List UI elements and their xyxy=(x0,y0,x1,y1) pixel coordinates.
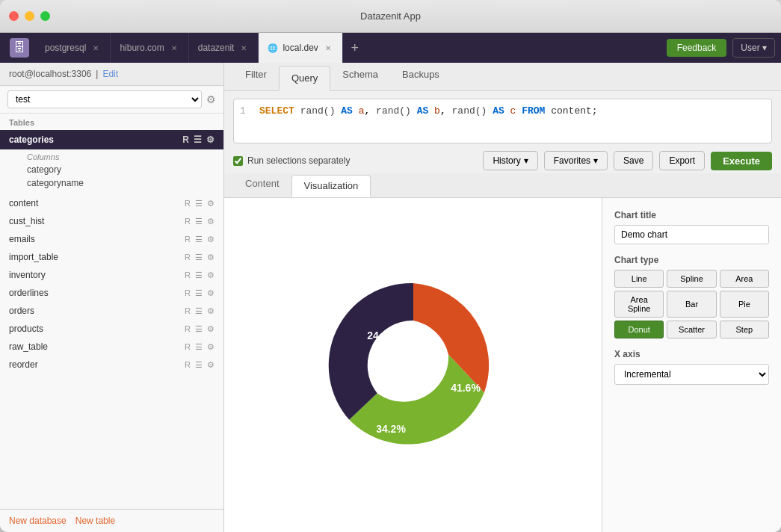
table-row-emails[interactable]: emails R☰⚙ xyxy=(0,230,223,248)
donut-chart: 24.2% 41.6% 34.2% xyxy=(301,261,525,470)
export-button[interactable]: Export xyxy=(659,151,705,170)
content-area: Filter Query Schema Backups 1 SELECT ran… xyxy=(224,63,781,532)
segment-2-label: 41.6% xyxy=(451,382,481,394)
query-editor[interactable]: 1 SELECT rand() AS a, rand() AS b, rand(… xyxy=(233,99,772,143)
column-category[interactable]: category xyxy=(18,163,223,176)
chart-container: 24.2% 41.6% 34.2% xyxy=(224,198,602,532)
feedback-button[interactable]: Feedback xyxy=(667,39,727,57)
segment-3-label: 34.2% xyxy=(376,423,406,435)
table-row-content[interactable]: content R☰⚙ xyxy=(0,194,223,212)
user-menu-button[interactable]: User ▾ xyxy=(732,38,775,58)
chart-title-input[interactable] xyxy=(614,225,769,244)
chart-type-bar[interactable]: Bar xyxy=(667,291,716,318)
table-icon-list[interactable]: ☰ xyxy=(194,134,202,145)
titlebar: Datazenit App xyxy=(0,0,781,33)
chart-title-label: Chart title xyxy=(614,210,769,220)
table-row-products[interactable]: products R☰⚙ xyxy=(0,320,223,338)
tab-label: hiburo.com xyxy=(120,43,164,53)
tabbar: 🗄 postgresql ✕ hiburo.com ✕ datazenit ✕ … xyxy=(0,33,781,63)
active-table-row[interactable]: categories R ☰ ⚙ xyxy=(0,130,223,149)
line-number: 1 xyxy=(240,105,252,117)
result-tab-visualization[interactable]: Visualization xyxy=(291,175,371,197)
app-logo: 🗄 xyxy=(6,33,33,63)
new-table-link[interactable]: New table xyxy=(75,516,115,526)
viz-area: 24.2% 41.6% 34.2% Chart title Chart type… xyxy=(224,198,781,532)
table-name: reorder xyxy=(9,359,38,370)
chart-type-area[interactable]: Area xyxy=(720,270,769,288)
add-tab-button[interactable]: + xyxy=(343,33,367,63)
table-row-orderlines[interactable]: orderlines R☰⚙ xyxy=(0,284,223,302)
tab-localdev[interactable]: 🌐 local.dev ✕ xyxy=(259,33,342,63)
tab-filter[interactable]: Filter xyxy=(233,63,279,91)
run-selections-checkbox[interactable] xyxy=(233,156,243,166)
tab-close-postgresql[interactable]: ✕ xyxy=(90,43,101,53)
xaxis-select[interactable]: Incremental xyxy=(614,364,769,385)
toolbar-row: Run selections separately History ▾ Favo… xyxy=(224,148,781,173)
tab-hiburo[interactable]: hiburo.com ✕ xyxy=(111,33,188,63)
maximize-button[interactable] xyxy=(40,11,50,21)
minimize-button[interactable] xyxy=(25,11,34,21)
chart-type-grid: Line Spline Area Area Spline Bar Pie Don… xyxy=(614,270,769,338)
tab-close-localdev[interactable]: ✕ xyxy=(323,43,333,53)
tabbar-actions: Feedback User ▾ xyxy=(667,33,775,63)
tables-section-label: Tables xyxy=(0,114,223,130)
table-row-inventory[interactable]: inventory R☰⚙ xyxy=(0,266,223,284)
history-button[interactable]: History ▾ xyxy=(483,151,537,170)
edit-connection-link[interactable]: Edit xyxy=(102,69,118,79)
table-row-raw_table[interactable]: raw_table R☰⚙ xyxy=(0,338,223,356)
table-name: orders xyxy=(9,306,34,316)
chart-type-pie[interactable]: Pie xyxy=(720,291,769,318)
favorites-button[interactable]: Favorites ▾ xyxy=(544,151,608,170)
chart-type-label: Chart type xyxy=(614,255,769,265)
query-text: SELECT rand() AS a, rand() AS b, rand() … xyxy=(259,105,598,117)
sidebar-connection: root@localhost:3306 | Edit xyxy=(0,63,223,86)
tab-backups[interactable]: Backups xyxy=(390,63,451,91)
tab-close-hiburo[interactable]: ✕ xyxy=(169,43,179,53)
query-subtabs: Filter Query Schema Backups xyxy=(224,63,781,91)
ti-list: ☰ xyxy=(195,199,203,208)
execute-button[interactable]: Execute xyxy=(711,152,772,170)
xaxis-label: X axis xyxy=(614,349,769,359)
save-button[interactable]: Save xyxy=(614,151,653,170)
sidebar-db-row: test ⚙ xyxy=(0,86,223,114)
tab-query[interactable]: Query xyxy=(279,66,330,91)
table-row-import_table[interactable]: import_table R☰⚙ xyxy=(0,248,223,266)
window-title: Datazenit App xyxy=(360,10,421,22)
globe-icon: 🌐 xyxy=(268,43,278,53)
tab-datazenit[interactable]: datazenit ✕ xyxy=(189,33,259,63)
new-database-link[interactable]: New database xyxy=(9,516,67,526)
table-row-cust_hist[interactable]: cust_hist R☰⚙ xyxy=(0,212,223,230)
close-button[interactable] xyxy=(9,11,19,21)
chart-type-scatter[interactable]: Scatter xyxy=(667,321,716,338)
table-name: inventory xyxy=(9,270,46,280)
tab-label: datazenit xyxy=(198,43,235,53)
tab-schema[interactable]: Schema xyxy=(330,63,390,91)
query-line-1: 1 SELECT rand() AS a, rand() AS b, rand(… xyxy=(240,105,765,117)
gear-icon[interactable]: ⚙ xyxy=(206,93,216,105)
tab-label: postgresql xyxy=(45,43,86,53)
sidebar: root@localhost:3306 | Edit test ⚙ Tables… xyxy=(0,63,224,532)
chart-type-step[interactable]: Step xyxy=(720,321,769,338)
chart-type-spline[interactable]: Spline xyxy=(667,270,716,288)
table-icon-r[interactable]: R xyxy=(182,134,189,145)
column-categoryname[interactable]: categoryname xyxy=(18,176,223,190)
chart-type-donut[interactable]: Donut xyxy=(614,321,664,338)
result-tab-content[interactable]: Content xyxy=(233,173,291,197)
ti-r: R xyxy=(185,199,191,208)
chart-type-area-spline[interactable]: Area Spline xyxy=(614,291,664,318)
segment-1-label: 24.2% xyxy=(367,330,397,341)
chart-type-line[interactable]: Line xyxy=(614,270,664,288)
table-row-orders[interactable]: orders R☰⚙ xyxy=(0,302,223,320)
traffic-lights xyxy=(9,11,50,21)
active-table-name: categories xyxy=(9,134,54,145)
tab-close-datazenit[interactable]: ✕ xyxy=(238,43,249,53)
columns-label: Columns xyxy=(18,151,223,163)
columns-subtree: Columns category categoryname xyxy=(0,149,223,194)
table-row-reorder[interactable]: reorder R☰⚙ xyxy=(0,356,223,374)
ti-gear: ⚙ xyxy=(207,199,214,208)
database-select[interactable]: test xyxy=(7,90,202,108)
tab-postgresql[interactable]: postgresql ✕ xyxy=(36,33,111,63)
tab-label: local.dev xyxy=(283,43,318,53)
table-icon-gear[interactable]: ⚙ xyxy=(206,134,214,145)
run-selections-label[interactable]: Run selections separately xyxy=(233,155,350,166)
